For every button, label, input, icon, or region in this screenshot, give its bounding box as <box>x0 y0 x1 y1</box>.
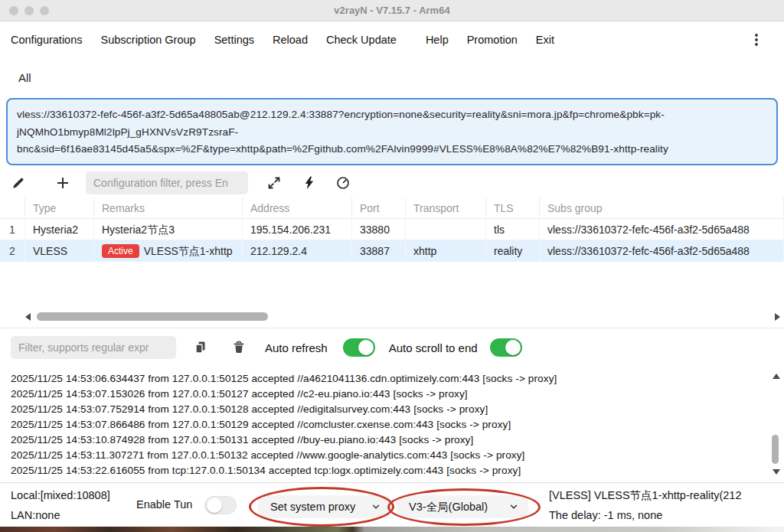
server-table: Type Remarks Address Port Transport TLS … <box>0 197 784 262</box>
more-options-icon[interactable] <box>749 32 764 47</box>
col-type[interactable]: Type <box>25 197 94 219</box>
table-header: Type Remarks Address Port Transport TLS … <box>0 197 784 219</box>
copy-icon[interactable] <box>193 340 208 355</box>
chevron-down-icon <box>508 501 519 512</box>
desktop-wallpaper-strip <box>0 527 784 532</box>
log-line: 2025/11/25 14:53:06.634437 from 127.0.0.… <box>11 371 767 387</box>
speedtest-gauge-icon[interactable] <box>335 175 351 191</box>
log-line: 2025/11/25 14:53:22.616055 from tcp:127.… <box>11 463 767 478</box>
config-toolbar <box>0 168 784 197</box>
menu-exit[interactable]: Exit <box>536 34 554 46</box>
window-title: v2rayN - V7.15.7 - Arm64 <box>0 0 784 21</box>
scroll-right-icon[interactable] <box>775 313 780 321</box>
log-output: 2025/11/25 14:53:06.634437 from 127.0.0.… <box>0 367 767 481</box>
add-config-icon[interactable] <box>55 175 70 191</box>
menu-configurations[interactable]: Configurations <box>11 34 83 46</box>
table-row[interactable]: 1 Hysteria2 Hysteria2节点3 195.154.206.231… <box>0 219 784 240</box>
vertical-scrollbar[interactable] <box>769 367 784 481</box>
menu-reload[interactable]: Reload <box>273 34 308 46</box>
enable-tun-toggle[interactable] <box>204 496 237 514</box>
table-row-selected[interactable]: 2 VLESS Active VLESS节点1-xhttp 212.129.2.… <box>0 240 784 262</box>
menu-promotion[interactable]: Promotion <box>467 34 518 46</box>
title-bar: v2rayN - V7.15.7 - Arm64 <box>0 0 784 21</box>
scroll-up-icon[interactable] <box>773 374 780 379</box>
log-filter-input[interactable] <box>11 336 176 359</box>
section-divider <box>0 328 784 328</box>
horizontal-scrollbar[interactable] <box>0 311 784 323</box>
col-subs-group[interactable]: Subs group <box>540 197 784 219</box>
col-address[interactable]: Address <box>243 197 352 219</box>
trash-icon[interactable] <box>231 340 247 355</box>
log-line: 2025/11/25 14:53:07.153026 from 127.0.0.… <box>11 387 767 402</box>
auto-scroll-toggle[interactable] <box>490 338 522 357</box>
expand-arrows-icon[interactable] <box>266 175 282 191</box>
menu-bar: Configurations Subscription Group Settin… <box>0 22 784 57</box>
enable-tun-label: Enable Tun <box>136 498 192 511</box>
toggle-knob <box>207 498 222 513</box>
active-profile-label: [VLESS] VLESS节点1-xhttp-reality(212 <box>549 485 782 505</box>
menu-check-update[interactable]: Check Update <box>326 34 397 46</box>
local-endpoint-label: Local:[mixed:10808] <box>11 485 110 505</box>
scroll-left-icon[interactable] <box>25 313 31 321</box>
scroll-down-icon[interactable] <box>773 469 780 475</box>
menu-help[interactable]: Help <box>426 34 449 46</box>
delay-label: The delay: -1 ms, none <box>549 505 782 525</box>
col-transport[interactable]: Transport <box>406 197 486 219</box>
tab-all[interactable]: All <box>18 66 31 90</box>
menu-settings[interactable]: Settings <box>214 34 254 46</box>
col-remarks[interactable]: Remarks <box>94 197 243 219</box>
log-toolbar: Auto refresh Auto scroll to end <box>0 332 784 363</box>
routing-mode-dropdown[interactable]: V3-全局(Global) <box>397 495 528 518</box>
chevron-down-icon <box>371 501 381 512</box>
lightning-test-icon[interactable] <box>302 175 317 191</box>
share-url-box[interactable]: vless://33610372-fefc-456f-a3f2-5d65a488… <box>6 98 778 165</box>
config-filter-input[interactable] <box>86 171 248 194</box>
col-tls[interactable]: TLS <box>486 197 540 219</box>
menu-subscription-group[interactable]: Subscription Group <box>101 34 196 46</box>
auto-refresh-label: Auto refresh <box>265 341 328 354</box>
edit-icon[interactable] <box>11 175 26 191</box>
auto-refresh-toggle[interactable] <box>343 338 375 357</box>
vertical-scrollbar-thumb[interactable] <box>772 435 779 464</box>
toggle-knob <box>505 340 521 355</box>
active-badge: Active <box>102 244 139 258</box>
col-port[interactable]: Port <box>352 197 406 219</box>
horizontal-scrollbar-thumb[interactable] <box>37 312 268 321</box>
lan-endpoint-label: LAN:none <box>11 505 110 525</box>
system-proxy-dropdown[interactable]: Set system proxy <box>258 495 390 518</box>
auto-scroll-label: Auto scroll to end <box>389 341 478 354</box>
log-line: 2025/11/25 14:53:07.866486 from 127.0.0.… <box>11 417 767 432</box>
log-line: 2025/11/25 14:53:10.874928 from 127.0.0.… <box>11 432 767 448</box>
log-line: 2025/11/25 14:53:11.307271 from 127.0.0.… <box>11 448 767 463</box>
toggle-knob <box>358 340 374 355</box>
log-line: 2025/11/25 14:53:07.752914 from 127.0.0.… <box>11 402 767 417</box>
status-bar: Local:[mixed:10808] LAN:none Enable Tun … <box>0 482 784 527</box>
